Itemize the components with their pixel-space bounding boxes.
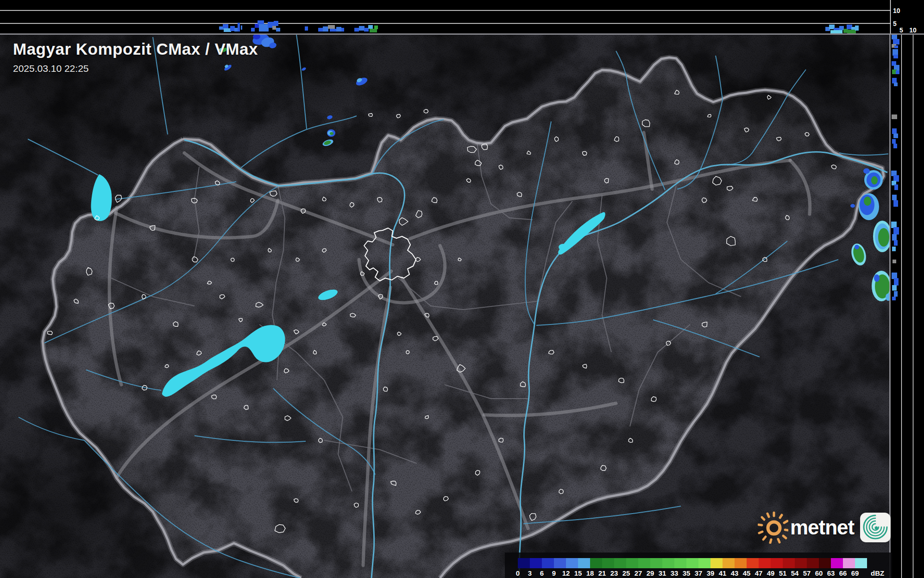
colorbar-cell — [626, 558, 638, 568]
echo-cell — [892, 195, 897, 200]
radar-map-canvas: 10 5 5 10 — [0, 0, 924, 578]
colorbar-tick-label: 57 — [803, 569, 811, 577]
echo-cell — [894, 291, 898, 297]
colorbar-tick-label: 3 — [528, 569, 532, 577]
echo-cell — [276, 28, 280, 32]
colorbar-cell — [819, 558, 831, 568]
colorbar-tick-label: 25 — [622, 569, 630, 577]
right-profile-strip — [891, 34, 924, 578]
echo-cell — [323, 26, 328, 32]
echo-cell — [892, 128, 897, 134]
echo-cell — [847, 30, 856, 33]
colorbar-cell — [614, 558, 626, 568]
colorbar-tick-label: 51 — [779, 569, 787, 577]
echo-cell — [892, 285, 897, 291]
echo-cell — [893, 49, 898, 56]
echo-cell — [892, 139, 896, 144]
echo-cell — [893, 260, 896, 263]
top-axis-label-5: 5 — [893, 20, 897, 27]
echo-cell — [894, 83, 898, 86]
echo-cell — [259, 24, 269, 32]
echo-cell — [359, 26, 365, 31]
colorbar-tick-label: 39 — [707, 569, 715, 577]
echo-cell — [341, 28, 344, 32]
colorbar-cell — [686, 558, 698, 568]
echo-blob — [864, 197, 871, 206]
colorbar-cell — [795, 558, 807, 568]
echo-cell — [893, 227, 899, 235]
colorbar-unit-label: dBZ — [871, 569, 884, 577]
colorbar-tick-label: 15 — [574, 569, 582, 577]
echo-cell — [892, 297, 896, 300]
colorbar-cell — [578, 558, 590, 568]
colorbar-cell — [723, 558, 735, 568]
colorbar-tick-label: 18 — [586, 569, 594, 577]
top-profile-strip — [0, 0, 890, 34]
echo-cell — [364, 28, 369, 32]
echo-cell — [230, 26, 235, 31]
echo-cell — [892, 273, 897, 279]
colorbar-tick-label: 45 — [743, 569, 751, 577]
colorbar-tick-label: 31 — [659, 569, 666, 577]
echo-cell — [330, 29, 336, 32]
echo-blob — [871, 176, 878, 184]
colorbar-cell — [662, 558, 674, 568]
lake-tisza-bay — [559, 244, 568, 250]
echo-cell — [274, 21, 278, 26]
colorbar-tick-label: 0 — [516, 569, 520, 577]
radar-composite-screen: { "header": { "title": "Magyar Kompozit … — [0, 0, 924, 578]
echo-blob — [219, 48, 223, 51]
echo-cell — [251, 28, 255, 32]
echo-cell — [328, 25, 335, 29]
dbz-colorbar: 0369121518212325272931333537394143454749… — [505, 553, 892, 578]
colorbar-cell — [650, 558, 662, 568]
echo-cell — [368, 25, 373, 29]
echo-cell — [855, 25, 859, 31]
echo-cell — [894, 45, 898, 48]
colorbar-cell — [566, 558, 578, 568]
echo-blob — [878, 228, 889, 247]
colorbar-tick-label: 41 — [719, 569, 727, 577]
echo-cell — [891, 222, 897, 228]
colorbar-tick-label: 43 — [731, 569, 739, 577]
echo-cell — [892, 247, 896, 251]
echo-cell — [839, 26, 844, 30]
echo-cell — [336, 27, 341, 32]
echo-cell — [223, 24, 228, 28]
colorbar-tick-label: 35 — [683, 569, 691, 577]
top-axis-label-10: 10 — [893, 7, 900, 14]
echo-cell — [894, 278, 899, 286]
profile-axis-corner: 10 5 5 10 — [890, 0, 924, 34]
echo-cell — [893, 55, 898, 58]
right-axis-label-10: 10 — [909, 26, 917, 34]
echo-cell — [896, 70, 899, 74]
echo-cell — [224, 28, 231, 32]
map-area — [0, 0, 924, 578]
colorbar-cell — [698, 558, 710, 568]
echo-cell — [374, 25, 378, 29]
colorbar-tick-label: 21 — [598, 569, 606, 577]
colorbar-tick-label: 66 — [839, 569, 847, 577]
colorbar-cell — [759, 558, 771, 568]
echo-blob — [874, 274, 880, 282]
echo-cell — [893, 175, 899, 182]
echo-cell — [894, 184, 898, 190]
colorbar-tick-label: 37 — [695, 569, 703, 577]
echo-cell — [894, 240, 898, 246]
echo-cell — [318, 28, 323, 32]
colorbar-cell — [843, 558, 855, 568]
colorbar-tick-label: 27 — [635, 569, 642, 577]
echo-cell — [305, 26, 308, 31]
colorbar-cell — [783, 558, 795, 568]
echo-blob — [253, 34, 260, 39]
echo-cell — [893, 144, 897, 148]
colorbar-tick-label: 49 — [767, 569, 775, 577]
colorbar-tick-label: 54 — [791, 569, 799, 577]
echo-cell — [892, 35, 897, 39]
colorbar-cell — [542, 558, 554, 568]
colorbar-cell — [674, 558, 686, 568]
echo-cell — [893, 200, 898, 207]
echo-cell — [830, 30, 842, 33]
colorbar-tick-label: 23 — [610, 569, 618, 577]
colorbar-tick-label: 6 — [540, 569, 544, 577]
